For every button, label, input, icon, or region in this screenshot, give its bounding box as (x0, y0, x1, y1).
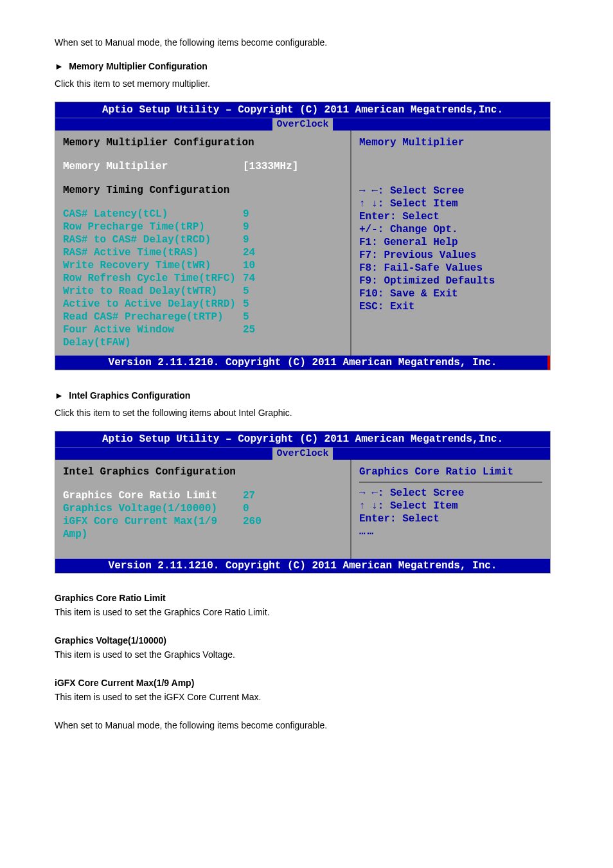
arrow-icon: ► (55, 61, 64, 71)
row-tfaw[interactable]: Four Active Window Delay(tFAW)25 (63, 323, 342, 349)
row-memory-multiplier[interactable]: Memory Multiplier [1333MHz] (63, 160, 342, 173)
bios-header: Aptio Setup Utility – Copyright (C) 2011… (55, 431, 550, 447)
row-tcl[interactable]: CAS# Latency(tCL)9 (63, 208, 342, 221)
row-twtr[interactable]: Write to Read Delay(tWTR)5 (63, 285, 342, 298)
bios-footer: Version 2.11.1210. Copyright (C) 2011 Am… (55, 559, 550, 573)
help-line: Enter: Select (359, 512, 542, 525)
value: [1333MHz] (243, 160, 342, 173)
help-line: F10: Save & Exit (359, 287, 542, 300)
setting-gfx-core-ratio: Graphics Core Ratio Limit This item is u… (55, 593, 558, 617)
help-line: → ←: Select Scree (359, 487, 542, 500)
section-title: Memory Multiplier Configuration (69, 61, 207, 71)
help-line: ↑ ↓: Select Item (359, 500, 542, 512)
heading-mem-mult-config: Memory Multiplier Configuration (63, 137, 342, 149)
row-tras[interactable]: RAS# Active Time(tRAS)24 (63, 246, 342, 259)
row-trtp[interactable]: Read CAS# Precharege(tRTP)5 (63, 311, 342, 323)
row-igfx-current[interactable]: iGFX Core Current Max(1/9 Amp)260 (63, 515, 342, 541)
bios-help-panel: Memory Multiplier → ←: Select Scree ↑ ↓:… (351, 131, 550, 356)
section-title: Intel Graphics Configuration (69, 390, 190, 401)
section-desc: Click this item to set memory multiplier… (55, 78, 558, 89)
divider (359, 482, 542, 483)
footer-red-marker (547, 356, 550, 370)
help-line: +/-: Change Opt. (359, 223, 542, 236)
label: Memory Multiplier (63, 160, 243, 173)
tab-overclock[interactable]: OverClock (272, 118, 332, 131)
help-line: ↑ ↓: Select Item (359, 197, 542, 210)
help-dots: …… (359, 525, 542, 538)
section-intel-graphics: ► Intel Graphics Configuration (55, 390, 558, 401)
help-line: F7: Previous Values (359, 249, 542, 262)
heading-mem-timing: Memory Timing Configuration (63, 185, 342, 196)
bios-left-panel: Intel Graphics Configuration Graphics Co… (55, 460, 351, 559)
help-line: ESC: Exit (359, 300, 542, 313)
setting-gfx-voltage: Graphics Voltage(1/10000) This item is u… (55, 635, 558, 660)
help-line: Enter: Select (359, 210, 542, 223)
bios-left-panel: Memory Multiplier Configuration Memory M… (55, 131, 351, 356)
row-gfx-voltage[interactable]: Graphics Voltage(1/10000)0 (63, 502, 342, 515)
help-line: F9: Optimized Defaults (359, 275, 542, 287)
row-trcd[interactable]: RAS# to CAS# Delay(tRCD)9 (63, 233, 342, 246)
row-twr[interactable]: Write Recovery Time(tWR)10 (63, 259, 342, 272)
bios-screen-memory: Aptio Setup Utility – Copyright (C) 2011… (55, 102, 551, 370)
arrow-icon: ► (55, 390, 64, 401)
section-memory-multiplier: ► Memory Multiplier Configuration (55, 60, 558, 72)
bios-help-panel: Graphics Core Ratio Limit → ←: Select Sc… (351, 460, 550, 559)
bottom-config-text: When set to Manual mode, the following i… (55, 720, 558, 730)
row-trrd[interactable]: Active to Active Delay(tRRD)5 (63, 298, 342, 311)
bios-header: Aptio Setup Utility – Copyright (C) 2011… (55, 102, 550, 118)
row-trp[interactable]: Row Precharge Time(tRP)9 (63, 221, 342, 233)
bios-tab-bar: OverClock (55, 447, 550, 460)
bios-tab-bar: OverClock (55, 118, 550, 131)
setting-igfx-current: iGFX Core Current Max(1/9 Amp) This item… (55, 678, 558, 702)
section-desc: Click this item to set the following ite… (55, 408, 558, 418)
tab-overclock[interactable]: OverClock (272, 448, 332, 460)
help-line: F8: Fail-Safe Values (359, 262, 542, 275)
help-line: F1: General Help (359, 236, 542, 249)
row-trfc[interactable]: Row Refresh Cycle Time(tRFC)74 (63, 272, 342, 285)
row-gfx-core-ratio[interactable]: Graphics Core Ratio Limit27 (63, 489, 342, 502)
help-line: → ←: Select Scree (359, 185, 542, 197)
heading-graphics-config: Intel Graphics Configuration (63, 466, 342, 478)
help-title: Memory Multiplier (359, 137, 542, 149)
bios-screen-graphics: Aptio Setup Utility – Copyright (C) 2011… (55, 431, 551, 574)
help-title: Graphics Core Ratio Limit (359, 466, 542, 478)
bios-footer: Version 2.11.1210. Copyright (C) 2011 Am… (55, 356, 550, 370)
top-config-text: When set to Manual mode, the following i… (55, 37, 558, 48)
